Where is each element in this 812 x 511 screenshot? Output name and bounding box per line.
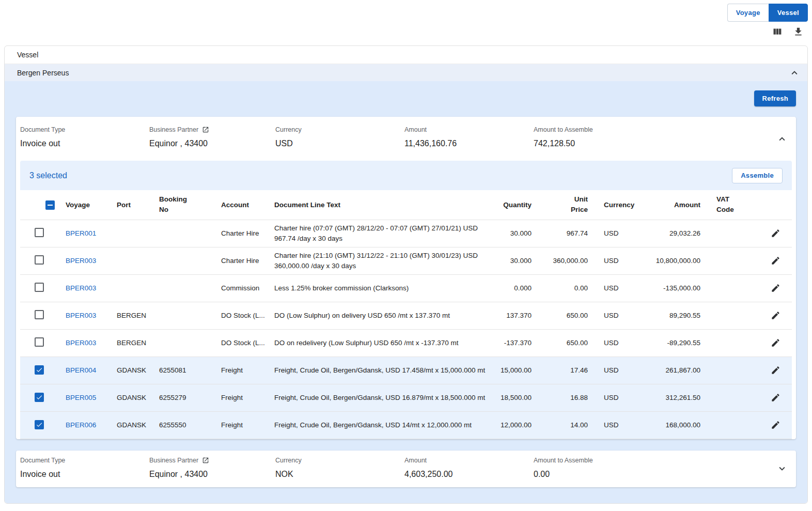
document-line-text-cell: Freight, Crude Oil, Bergen/Gdansk, USD 1… <box>274 411 501 439</box>
pencil-icon[interactable] <box>768 362 784 378</box>
document-line-text-cell: Freight, Crude Oil, Bergen/Gdansk, USD 1… <box>274 384 501 411</box>
amount-value: 4,603,250.00 <box>404 470 534 479</box>
column-header-actions <box>758 190 792 220</box>
column-header-port: Port <box>117 190 159 220</box>
column-header-unit-price: Unit Price <box>532 190 588 220</box>
open-in-new-icon[interactable] <box>202 457 209 464</box>
amount-cell: 261,867.00 <box>645 357 700 384</box>
vessel-card: Vessel Bergen Perseus Refresh Document T… <box>4 45 808 504</box>
row-checkbox[interactable] <box>35 365 44 375</box>
booking-no-cell: 6255081 <box>159 357 221 384</box>
voyage-link[interactable]: BPER003 <box>66 312 96 319</box>
unit-price-cell: 650.00 <box>532 302 588 329</box>
row-checkbox[interactable] <box>35 420 44 429</box>
table-row: BPER004GDANSK6255081FreightFreight, Crud… <box>20 357 792 384</box>
quantity-cell: 18,500.000 <box>501 384 532 411</box>
port-cell: BERGEN <box>117 302 159 329</box>
currency-cell: USD <box>588 302 645 329</box>
voyage-link[interactable]: BPER005 <box>66 394 96 401</box>
view-columns-icon[interactable] <box>772 26 783 37</box>
currency-value: NOK <box>275 470 404 479</box>
row-checkbox[interactable] <box>35 337 44 347</box>
row-checkbox[interactable] <box>35 228 44 237</box>
selected-count: 3 selected <box>29 171 67 180</box>
quantity-cell: 12,000.000 <box>501 411 532 439</box>
port-cell <box>117 247 159 274</box>
table-row: BPER003Charter HireCharter hire (21:10 (… <box>20 247 792 274</box>
pencil-icon[interactable] <box>768 417 784 433</box>
column-header-quantity: Quantity <box>501 190 532 220</box>
chevron-up-icon[interactable] <box>776 133 788 145</box>
refresh-button[interactable]: Refresh <box>754 90 796 106</box>
row-checkbox[interactable] <box>35 283 44 292</box>
currency-cell: USD <box>588 247 645 274</box>
booking-no-cell <box>159 220 221 247</box>
assemble-button[interactable]: Assemble <box>732 168 783 183</box>
business-partner-value: Equinor , 43400 <box>149 470 275 479</box>
voyage-link[interactable]: BPER001 <box>66 229 96 237</box>
chevron-up-icon[interactable] <box>789 67 800 79</box>
booking-no-cell <box>159 329 221 357</box>
currency-cell: USD <box>588 329 645 357</box>
select-all-checkbox[interactable] <box>45 200 55 210</box>
port-cell: GDANSK <box>117 357 159 384</box>
document-type-label: Document Type <box>20 126 149 133</box>
chevron-down-icon[interactable] <box>776 463 788 474</box>
row-checkbox[interactable] <box>35 393 44 402</box>
port-cell: GDANSK <box>117 384 159 411</box>
refresh-row: Refresh <box>16 81 796 117</box>
table-row: BPER005GDANSK6255279FreightFreight, Crud… <box>20 384 792 411</box>
pencil-icon[interactable] <box>768 253 784 269</box>
booking-no-cell <box>159 274 221 302</box>
row-checkbox[interactable] <box>35 310 44 319</box>
download-icon[interactable] <box>793 26 804 37</box>
quantity-cell: -137.370 <box>501 329 532 357</box>
currency-cell: USD <box>588 274 645 302</box>
document-type-value: Invoice out <box>20 139 149 148</box>
open-in-new-icon[interactable] <box>202 126 209 133</box>
account-cell: Freight <box>221 411 274 439</box>
document-group-card: Document Type Invoice out Business Partn… <box>16 451 796 487</box>
amount-to-assemble-value: 0.00 <box>534 470 792 479</box>
unit-price-cell: 967.74 <box>532 220 588 247</box>
voyage-toggle-button[interactable]: Voyage <box>727 4 769 22</box>
vessel-section-body: Refresh Document Type Invoice out Busine… <box>5 81 807 504</box>
pencil-icon[interactable] <box>768 225 784 241</box>
row-checkbox[interactable] <box>35 255 44 265</box>
document-line-text-cell: Charter hire (21:10 (GMT) 31/12/22 - 21:… <box>274 247 501 274</box>
document-line-text-cell: DO (Low Sulphur) on delivery USD 650 /mt… <box>274 302 501 329</box>
table-header-row: Voyage Port Booking No Account Document … <box>20 190 792 220</box>
currency-label: Currency <box>275 457 404 464</box>
vat-code-cell <box>700 411 758 439</box>
booking-no-cell: 6255550 <box>159 411 221 439</box>
booking-no-cell: 6255279 <box>159 384 221 411</box>
table-actions <box>772 26 804 37</box>
amount-label: Amount <box>404 126 534 133</box>
table-row: BPER001Charter HireCharter hire (07:07 (… <box>20 220 792 247</box>
voyage-link[interactable]: BPER004 <box>66 366 96 374</box>
line-items-block: 3 selected Assemble <box>20 161 792 439</box>
line-items-table: Voyage Port Booking No Account Document … <box>20 190 792 439</box>
voyage-link[interactable]: BPER006 <box>66 421 96 429</box>
document-type-label: Document Type <box>20 457 149 464</box>
vessel-section-header[interactable]: Bergen Perseus <box>5 64 807 81</box>
pencil-icon[interactable] <box>768 307 784 323</box>
pencil-icon[interactable] <box>768 335 784 351</box>
amount-cell: 89,290.55 <box>645 302 700 329</box>
voyage-link[interactable]: BPER003 <box>66 284 96 292</box>
voyage-link[interactable]: BPER003 <box>66 257 96 265</box>
page-title: Vessel <box>5 46 807 64</box>
currency-label: Currency <box>275 126 404 133</box>
pencil-icon[interactable] <box>768 390 784 406</box>
group-summary: Document Type Invoice out Business Partn… <box>20 451 792 487</box>
account-cell: Commission <box>221 274 274 302</box>
field-currency: Currency USD <box>275 126 404 148</box>
voyage-link[interactable]: BPER003 <box>66 339 96 347</box>
pencil-icon[interactable] <box>768 280 784 296</box>
amount-cell: 312,261.50 <box>645 384 700 411</box>
vat-code-cell <box>700 302 758 329</box>
table-row: BPER003BERGENDO Stock (L...DO (Low Sulph… <box>20 302 792 329</box>
vessel-toggle-button[interactable]: Vessel <box>769 4 808 22</box>
field-business-partner: Business Partner Equinor , 43400 <box>149 126 275 148</box>
quantity-cell: 30.000 <box>501 247 532 274</box>
